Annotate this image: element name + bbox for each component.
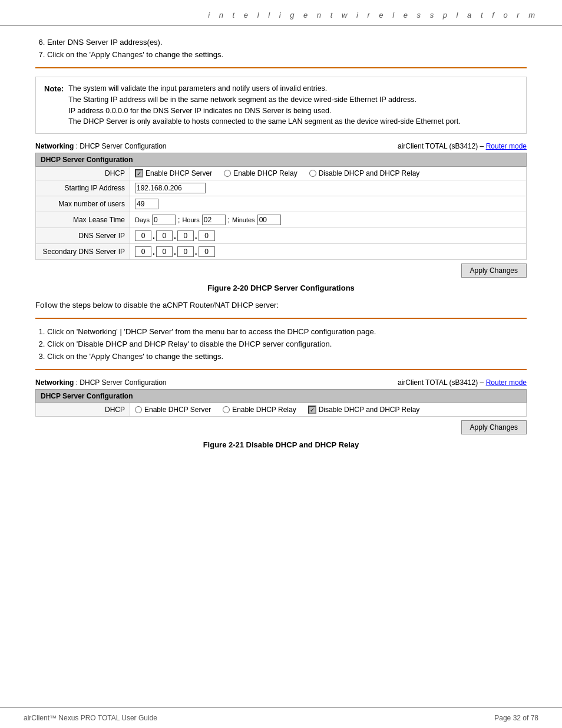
dns-ip-value-cell: . . .: [130, 228, 527, 244]
figure-21-dhcp-row: DHCP Enable DHCP Server Enable DHCP Rela…: [36, 403, 527, 417]
figure-20-router-mode-link[interactable]: Router mode: [486, 142, 527, 150]
figure-20-device: airClient TOTAL (sB3412) – Router mode: [398, 142, 527, 150]
figure-20-apply-button[interactable]: Apply Changes: [461, 263, 527, 278]
sec-dns-ip-inputs: . . .: [135, 246, 521, 257]
lease-time-label: Max Lease Time: [36, 212, 130, 228]
dhcp-option-1[interactable]: ✓ Enable DHCP Server: [135, 169, 212, 177]
figure-21-container: Networking : DHCP Server Configuration a…: [35, 378, 527, 449]
note-line-2: The Starting IP address will be in the s…: [68, 94, 460, 106]
dns-ip-inputs: . . .: [135, 230, 521, 241]
dns-ip-1[interactable]: [135, 230, 151, 241]
dhcp-label: DHCP: [36, 167, 130, 180]
hours-input[interactable]: [202, 215, 226, 225]
step-m2: Click on 'Disable DHCP and DHCP Relay' t…: [47, 340, 527, 348]
steps-middle-intro: Follow the steps below to disable the aC…: [35, 301, 527, 309]
fig21-option-1-label: Enable DHCP Server: [144, 406, 211, 414]
minutes-label: Minutes: [232, 216, 255, 223]
dhcp-option-3-label: Disable DHCP and DHCP Relay: [319, 169, 420, 177]
sec-dns-sep-3: .: [195, 247, 197, 256]
step-6: Enter DNS Server IP address(es).: [47, 38, 527, 47]
sec-dns-value-cell: . . .: [130, 244, 527, 260]
max-users-label: Max number of users: [36, 196, 130, 212]
dns-ip-2[interactable]: [156, 230, 173, 241]
sec-dns-sep-1: .: [153, 247, 155, 256]
note-box: Note: The system will validate the input…: [35, 77, 527, 134]
figure-21-device-label: airClient TOTAL (sB3412) –: [398, 378, 484, 387]
fig21-option-2-label: Enable DHCP Relay: [232, 406, 296, 414]
figure-21-router-mode-link[interactable]: Router mode: [486, 378, 527, 387]
figure-20-table-header: DHCP Server Configuration: [36, 153, 527, 167]
figure-20-net-bold: Networking: [35, 142, 74, 150]
figure-21-apply-row: Apply Changes: [35, 420, 527, 434]
footer-right: Page 32 of 78: [494, 714, 538, 722]
figure-20-netbar: Networking : DHCP Server Configuration a…: [35, 142, 527, 150]
note-content: The system will validate the input param…: [68, 83, 460, 127]
lease-time-inputs: Days ; Hours ; Minutes: [135, 215, 521, 225]
page-header: i n t e l l i g e n t w i r e l e s s p …: [0, 0, 562, 26]
figure-20-device-label: airClient TOTAL (sB3412) –: [398, 142, 484, 150]
dhcp-enable-checkbox[interactable]: ✓: [135, 169, 143, 177]
dns-ip-4[interactable]: [199, 230, 215, 241]
divider-1: [35, 67, 527, 68]
figure-20-table: DHCP Server Configuration DHCP ✓ Enable …: [35, 153, 527, 260]
step-m3: Click on the 'Apply Changes' to change t…: [47, 352, 527, 361]
dns-ip-row: DNS Server IP . . .: [36, 228, 527, 244]
days-input[interactable]: [152, 215, 176, 225]
starting-ip-input[interactable]: [135, 183, 206, 193]
fig21-enable-server-radio[interactable]: [135, 406, 142, 413]
header-title: i n t e l l i g e n t w i r e l e s s p …: [208, 11, 538, 19]
figure-21-table-header: DHCP Server Configuration: [36, 390, 527, 403]
footer-left: airClient™ Nexus PRO TOTAL User Guide: [24, 714, 157, 722]
dhcp-disable-radio[interactable]: [309, 170, 316, 177]
figure-21-dhcp-label: DHCP: [36, 403, 130, 417]
colon-1: ;: [178, 216, 180, 224]
max-users-input[interactable]: [135, 199, 158, 209]
fig21-dhcp-option-1[interactable]: Enable DHCP Server: [135, 406, 211, 414]
sec-dns-row: Secondary DNS Server IP . . .: [36, 244, 527, 260]
figure-21-radio-group: Enable DHCP Server Enable DHCP Relay ✓ D…: [135, 406, 521, 414]
minutes-input[interactable]: [257, 215, 281, 225]
fig21-dhcp-option-3[interactable]: ✓ Disable DHCP and DHCP Relay: [308, 406, 420, 414]
divider-3: [35, 369, 527, 370]
sec-dns-ip-3[interactable]: [177, 246, 194, 257]
dns-sep-1: .: [153, 231, 155, 241]
max-users-row: Max number of users: [36, 196, 527, 212]
note-label: Note:: [44, 83, 64, 127]
sec-dns-ip-1[interactable]: [135, 246, 151, 257]
dhcp-option-3[interactable]: Disable DHCP and DHCP Relay: [309, 169, 420, 177]
dhcp-option-2-label: Enable DHCP Relay: [233, 169, 297, 177]
lease-time-value-cell: Days ; Hours ; Minutes: [130, 212, 527, 228]
dhcp-options: ✓ Enable DHCP Server Enable DHCP Relay D…: [130, 167, 527, 180]
note-line-4: The DHCP Server is only available to hos…: [68, 116, 460, 127]
starting-ip-value-cell: [130, 180, 527, 196]
figure-21-apply-button[interactable]: Apply Changes: [461, 420, 527, 434]
fig21-dhcp-option-2[interactable]: Enable DHCP Relay: [223, 406, 296, 414]
dns-sep-3: .: [195, 231, 197, 241]
fig21-disable-checkbox[interactable]: ✓: [308, 406, 316, 414]
dhcp-row: DHCP ✓ Enable DHCP Server Enable DHCP Re…: [36, 167, 527, 180]
starting-ip-row: Starting IP Address: [36, 180, 527, 196]
figure-20-net-label: Networking : DHCP Server Configuration: [35, 142, 167, 150]
figure-20-apply-row: Apply Changes: [35, 263, 527, 278]
step-m1: Click on 'Networking' | 'DHCP Server' fr…: [47, 327, 527, 336]
figure-20-container: Networking : DHCP Server Configuration a…: [35, 142, 527, 292]
sec-dns-ip-4[interactable]: [199, 246, 215, 257]
figure-21-netbar: Networking : DHCP Server Configuration a…: [35, 378, 527, 387]
sec-dns-ip-2[interactable]: [156, 246, 173, 257]
note-line-1: The system will validate the input param…: [68, 83, 460, 94]
step-7: Click on the 'Apply Changes' to change t…: [47, 50, 527, 59]
fig21-option-3-label: Disable DHCP and DHCP Relay: [319, 406, 420, 414]
dhcp-relay-radio[interactable]: [224, 170, 231, 177]
dns-ip-label: DNS Server IP: [36, 228, 130, 244]
sec-dns-sep-2: .: [174, 247, 176, 256]
sec-dns-label: Secondary DNS Server IP: [36, 244, 130, 260]
fig21-enable-relay-radio[interactable]: [223, 406, 230, 413]
figure-21-caption: Figure 2-21 Disable DHCP and DHCP Relay: [35, 440, 527, 449]
dhcp-option-1-label: Enable DHCP Server: [146, 169, 212, 177]
dns-ip-3[interactable]: [177, 230, 194, 241]
max-users-value-cell: [130, 196, 527, 212]
figure-21-dhcp-options: Enable DHCP Server Enable DHCP Relay ✓ D…: [130, 403, 527, 417]
dhcp-option-2[interactable]: Enable DHCP Relay: [224, 169, 297, 177]
steps-middle: Follow the steps below to disable the aC…: [35, 301, 527, 370]
hours-label: Hours: [182, 216, 199, 223]
